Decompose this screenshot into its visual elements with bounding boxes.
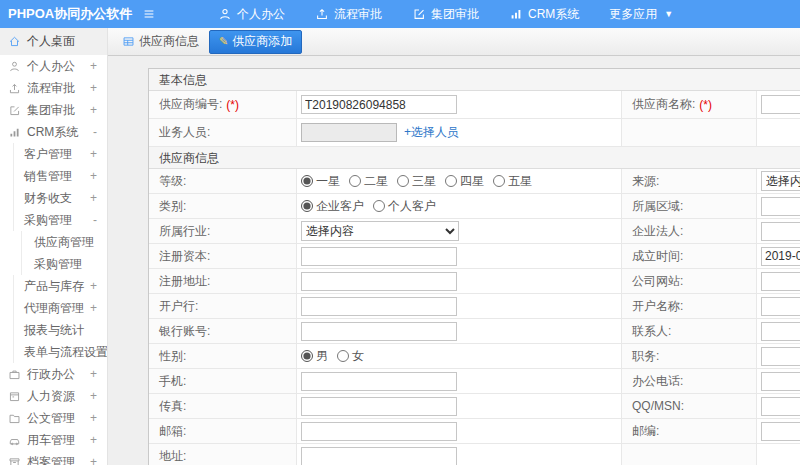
expander[interactable]: + <box>90 455 97 465</box>
sidebar-item-finance[interactable]: 财务收支 + <box>0 187 107 209</box>
sidebar-item-label: 采购管理 <box>24 212 72 229</box>
contact-input[interactable] <box>761 322 800 341</box>
sidebar-item-crm-system[interactable]: CRM系统 - <box>0 121 107 143</box>
address-input[interactable] <box>301 447 457 465</box>
job-title-input[interactable] <box>761 347 800 366</box>
top-menu: 个人办公 流程审批 集团审批 CRM系统 更多应用 ▼ <box>218 6 673 23</box>
supplier-code-input[interactable] <box>301 95 457 114</box>
field-label: 地址: <box>149 444 297 465</box>
expander[interactable]: + <box>90 59 97 73</box>
expander[interactable]: + <box>90 81 97 95</box>
expander[interactable]: + <box>90 103 97 117</box>
field-label: 业务人员: <box>149 119 297 146</box>
fax-input[interactable] <box>301 397 457 416</box>
tab-supplier-add[interactable]: ✎ 供应商添加 <box>209 30 302 54</box>
sidebar-item-form-flow-settings[interactable]: 表单与流程设置 + <box>0 341 107 363</box>
grade-radio[interactable] <box>349 175 361 187</box>
expander[interactable]: + <box>90 147 97 161</box>
expander[interactable]: + <box>90 367 97 381</box>
sidebar-item-personal-desktop[interactable]: 个人桌面 <box>0 28 107 55</box>
sidebar-item-personal-office[interactable]: 个人办公 + <box>0 55 107 77</box>
sidebar-item-label: 客户管理 <box>24 146 72 163</box>
founded-date-input[interactable] <box>761 247 800 266</box>
expander[interactable]: + <box>90 433 97 447</box>
form-row-staff: 业务人员: +选择人员 <box>149 119 800 147</box>
sidebar-item-workflow-approval[interactable]: 流程审批 + <box>0 77 107 99</box>
zip-input[interactable] <box>761 422 800 441</box>
sidebar-item-product-inventory[interactable]: 产品与库存 + <box>0 275 107 297</box>
radio-label: 一星 <box>316 173 340 190</box>
sidebar-item-customer-mgmt[interactable]: 客户管理 + <box>0 143 107 165</box>
sidebar-item-label: 报表与统计 <box>24 322 84 339</box>
expander[interactable]: + <box>90 301 97 315</box>
staff-input[interactable] <box>301 123 397 142</box>
gender-radio-group: 男 女 <box>301 348 373 365</box>
top-navbar: PHPOA协同办公软件 个人办公 流程审批 集团审批 CRM系统 更多应用 ▼ <box>0 0 800 28</box>
form-row-gender: 性别: 男 女 职务: <box>149 344 800 369</box>
mobile-input[interactable] <box>301 372 457 391</box>
sidebar-item-label: 代理商管理 <box>24 300 84 317</box>
top-menu-more-apps[interactable]: 更多应用 ▼ <box>609 6 673 23</box>
grade-radio[interactable] <box>445 175 457 187</box>
source-select[interactable]: 选择内容 <box>761 171 800 191</box>
sidebar-item-vehicle-mgmt[interactable]: 用车管理 + <box>0 429 107 451</box>
gender-radio[interactable] <box>337 350 349 362</box>
sidebar-item-supplier-mgmt[interactable]: 供应商管理 <box>0 231 107 253</box>
top-menu-crm-system[interactable]: CRM系统 <box>509 6 579 23</box>
form-row-reg-address: 注册地址: 公司网站: <box>149 269 800 294</box>
expander[interactable]: + <box>90 191 97 205</box>
sidebar-item-purchase-mgmt[interactable]: 采购管理 - <box>0 209 107 231</box>
flow-icon <box>8 82 21 95</box>
category-radio-group: 企业客户 个人客户 <box>301 198 445 215</box>
expander[interactable]: + <box>90 279 97 293</box>
sidebar-item-human-resources[interactable]: 人力资源 + <box>0 385 107 407</box>
expander[interactable]: + <box>90 389 97 403</box>
expander[interactable]: + <box>90 411 97 425</box>
table-icon <box>122 35 135 48</box>
bank-account-name-input[interactable] <box>761 297 800 316</box>
hamburger-menu-icon[interactable] <box>142 7 156 21</box>
top-menu-label: 更多应用 <box>609 6 657 23</box>
legal-person-input[interactable] <box>761 222 800 241</box>
select-person-link[interactable]: +选择人员 <box>404 124 459 141</box>
top-menu-label: 流程审批 <box>334 6 382 23</box>
reg-address-input[interactable] <box>301 272 457 291</box>
bank-account-input[interactable] <box>301 322 457 341</box>
sidebar-item-label: 财务收支 <box>24 190 72 207</box>
sidebar-item-admin-office[interactable]: 行政办公 + <box>0 363 107 385</box>
expander[interactable]: - <box>93 125 97 139</box>
bank-input[interactable] <box>301 297 457 316</box>
tab-supplier-info[interactable]: 供应商信息 <box>122 33 199 50</box>
website-input[interactable] <box>761 272 800 291</box>
top-menu-workflow-approval[interactable]: 流程审批 <box>315 6 382 23</box>
office-phone-input[interactable] <box>761 372 800 391</box>
grade-radio[interactable] <box>493 175 505 187</box>
sidebar-item-archive-mgmt[interactable]: 档案管理 + <box>0 451 107 465</box>
category-radio[interactable] <box>301 200 313 212</box>
field-label: 企业法人: <box>621 219 757 243</box>
capital-input[interactable] <box>301 247 457 266</box>
top-menu-personal-office[interactable]: 个人办公 <box>218 6 285 23</box>
grade-radio[interactable] <box>397 175 409 187</box>
form-row-industry: 所属行业: 选择内容 企业法人: <box>149 219 800 244</box>
sidebar-item-sales-mgmt[interactable]: 销售管理 + <box>0 165 107 187</box>
sidebar-item-purchasing[interactable]: 采购管理 <box>0 253 107 275</box>
category-radio[interactable] <box>373 200 385 212</box>
top-menu-group-approval[interactable]: 集团审批 <box>412 6 479 23</box>
expander[interactable]: - <box>93 213 97 227</box>
region-input[interactable] <box>761 197 800 216</box>
sidebar-item-reports-stats[interactable]: 报表与统计 <box>0 319 107 341</box>
field-label: 传真: <box>149 394 297 418</box>
industry-select[interactable]: 选择内容 <box>301 221 459 241</box>
sidebar-item-agent-mgmt[interactable]: 代理商管理 + <box>0 297 107 319</box>
gender-radio[interactable] <box>301 350 313 362</box>
sidebar-item-document-mgmt[interactable]: 公文管理 + <box>0 407 107 429</box>
sidebar-item-label: 人力资源 <box>27 388 75 405</box>
qq-msn-input[interactable] <box>761 397 800 416</box>
form-row-address: 地址: <box>149 444 800 465</box>
grade-radio[interactable] <box>301 175 313 187</box>
sidebar-item-group-approval[interactable]: 集团审批 + <box>0 99 107 121</box>
email-input[interactable] <box>301 422 457 441</box>
expander[interactable]: + <box>90 169 97 183</box>
supplier-name-input[interactable] <box>761 95 800 114</box>
